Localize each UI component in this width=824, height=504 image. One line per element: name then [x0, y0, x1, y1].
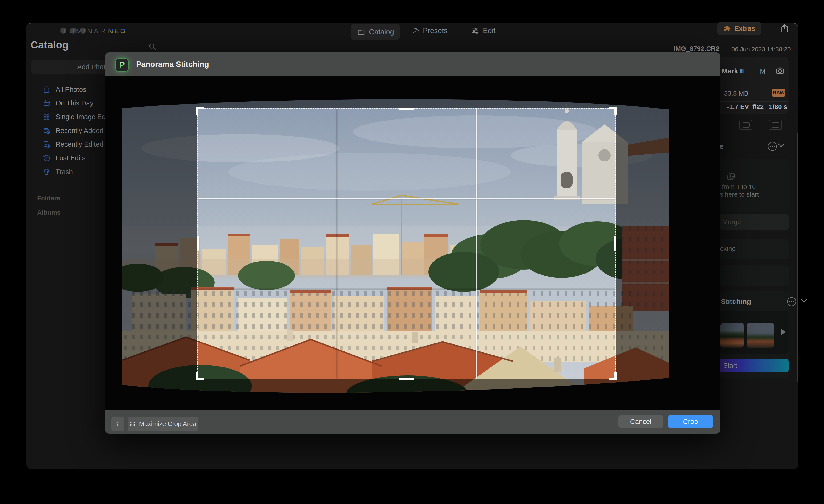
crop-handle-top-left[interactable] [196, 107, 204, 115]
crop-handle-top[interactable] [399, 108, 414, 110]
crop-shade-bottom [105, 379, 720, 410]
wand-icon [412, 27, 419, 34]
sidebar-item-label: Recently Edited [56, 140, 103, 148]
more-options-icon[interactable] [787, 297, 796, 306]
more-options-icon[interactable] [768, 142, 777, 151]
chevron-down-icon[interactable] [778, 141, 784, 147]
crop-handle-bottom[interactable] [399, 378, 414, 380]
calendar-icon [43, 99, 50, 107]
tab-presets[interactable]: Presets [412, 27, 447, 35]
calendar-clock-icon [43, 127, 50, 134]
crop-handle-bottom-right[interactable] [609, 372, 617, 380]
chevron-left-icon [115, 421, 121, 427]
dropzone-hint-line2: s here to start [720, 191, 759, 198]
sidebar-item-recently-added[interactable]: Recently Added [43, 126, 103, 135]
preview-tile-icon[interactable] [769, 120, 782, 130]
merge-button[interactable]: Merge [720, 214, 789, 230]
crop-button-label: Crop [683, 418, 698, 426]
logo-luminar-text: LUMINAR [64, 27, 107, 35]
app-logo: LUMINAR NEO [64, 27, 127, 35]
sidebar-item-label: Lost Edits [56, 154, 86, 162]
merge-dropzone[interactable]: from 1 to 10 s here to start [720, 159, 789, 212]
crop-handle-right[interactable] [614, 236, 616, 251]
shutter-speed: 1/80 s [769, 103, 787, 111]
camera-icon [776, 66, 785, 75]
tab-label: Catalog [369, 28, 394, 36]
sidebar-section-albums[interactable]: Albums [37, 209, 61, 216]
crop-rectangle[interactable] [197, 108, 616, 379]
maximize-crop-area-button[interactable]: Maximize Crop Area [128, 417, 198, 431]
file-size: 33,8 MB [724, 90, 748, 97]
crop-shade-top [105, 76, 720, 108]
extras-label: Extras [734, 25, 755, 32]
photos-dropzone-icon [726, 172, 736, 182]
sliders-icon [472, 27, 479, 34]
grid-icon [43, 113, 50, 120]
sidebar-item-on-this-day[interactable]: On This Day [43, 99, 93, 107]
puzzle-icon [723, 25, 731, 32]
stitch-source-thumbnail[interactable] [720, 323, 744, 348]
crop-shade-left [105, 108, 197, 379]
panel-edge-line [797, 132, 798, 382]
stacking-panel-title: cking [720, 245, 736, 253]
expand-icon [129, 421, 136, 427]
grid-line-vertical [476, 109, 477, 379]
raw-format-badge: RAW [772, 89, 786, 97]
share-icon[interactable] [780, 23, 790, 33]
stitching-panel-title: Stitching [721, 298, 751, 306]
sidebar-item-lost-edits[interactable]: Lost Edits [43, 154, 86, 162]
page-title: Catalog [31, 39, 69, 51]
app-icon-letter: P [119, 60, 125, 70]
sidebar-item-trash[interactable]: Trash [43, 168, 73, 176]
dialog-header: P Panorama Stitching [105, 53, 720, 76]
maximize-crop-area-label: Maximize Crop Area [139, 420, 196, 428]
extras-button[interactable]: Extras [717, 22, 761, 35]
sidebar-item-label: Trash [56, 168, 73, 176]
start-stitching-button[interactable]: Start [716, 359, 789, 372]
crop-canvas [105, 76, 720, 410]
sidebar-item-recently-edited[interactable]: Recently Edited [43, 140, 103, 148]
preview-tile-icon[interactable] [739, 120, 752, 130]
back-button[interactable] [111, 417, 124, 431]
stitch-source-thumbnail[interactable] [746, 323, 774, 348]
panorama-stitching-dialog: P Panorama Stitching Maximize Crop Area [105, 53, 720, 434]
crop-button[interactable]: Crop [668, 415, 713, 428]
tab-divider [454, 27, 455, 37]
start-button-label: Start [723, 362, 737, 369]
tab-edit[interactable]: Edit [472, 27, 495, 35]
folder-icon [357, 28, 365, 36]
merge-button-label: Merge [722, 218, 741, 226]
shooting-mode: M [760, 68, 765, 75]
tab-catalog[interactable]: Catalog [350, 24, 400, 40]
trash-icon [43, 168, 50, 176]
search-icon[interactable] [148, 42, 156, 51]
collapsed-panel[interactable] [720, 265, 789, 286]
sidebar-item-label: Recently Added [56, 127, 103, 135]
cancel-button[interactable]: Cancel [618, 415, 663, 428]
crop-handle-bottom-left[interactable] [196, 372, 204, 380]
crop-shade-right [616, 108, 720, 379]
grid-line-horizontal [198, 198, 615, 199]
sidebar-item-single-image-edits[interactable]: Single Image Edits [43, 112, 113, 121]
camera-model: Mark II [722, 67, 744, 75]
sidebar-item-label: Single Image Edits [56, 113, 113, 121]
panorama-app-icon: P [115, 59, 128, 72]
grid-line-horizontal [198, 289, 615, 289]
sidebar-item-all-photos[interactable]: All Photos [43, 85, 86, 94]
exif-divider [720, 101, 788, 102]
play-arrow-icon[interactable] [781, 329, 786, 335]
logo-neo-text: NEO [108, 27, 127, 35]
aperture: f/22 [752, 103, 764, 111]
tab-label: Edit [483, 27, 495, 35]
dropzone-hint-line1: from 1 to 10 [722, 183, 756, 191]
history-icon [43, 154, 50, 162]
chevron-down-icon[interactable] [801, 296, 807, 302]
dialog-title: Panorama Stitching [136, 60, 209, 69]
crop-handle-top-right[interactable] [609, 107, 617, 115]
sidebar-item-label: All Photos [56, 86, 86, 93]
screen: LUMINAR NEO Catalog Presets [0, 0, 824, 504]
sidebar-section-folders[interactable]: Folders [37, 195, 60, 202]
crop-handle-left[interactable] [197, 236, 199, 251]
document-clock-icon [43, 140, 50, 148]
stacking-panel[interactable]: cking [720, 239, 789, 260]
